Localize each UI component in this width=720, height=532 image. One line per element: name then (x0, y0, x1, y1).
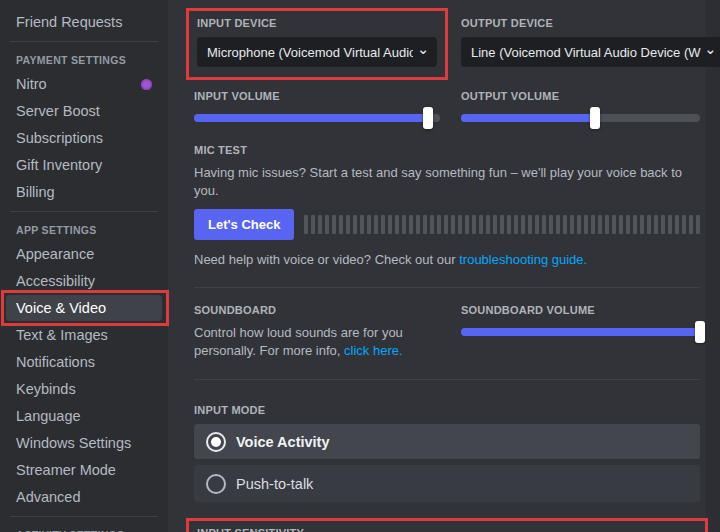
meter-segment (409, 215, 413, 234)
meter-segment (696, 215, 700, 234)
input-device-group: INPUT DEVICE Microphone (Voicemod Virtua… (186, 8, 448, 80)
sidebar-section-header-payment-settings: PAYMENT SETTINGS (0, 48, 168, 70)
meter-segment (633, 215, 637, 234)
meter-segment (374, 215, 378, 234)
sidebar-item-friend-requests[interactable]: Friend Requests (6, 9, 162, 35)
input-mode-option-push-to-talk[interactable]: Push-to-talk (194, 465, 700, 502)
radio-unselected-icon (206, 474, 226, 494)
output-volume-slider[interactable] (461, 114, 700, 122)
sidebar-item-label: Notifications (16, 354, 95, 370)
soundboard-info: SOUNDBOARD Control how loud sounds are f… (186, 304, 448, 359)
slider-handle[interactable] (423, 107, 433, 129)
sidebar-item-label: Language (16, 408, 81, 424)
output-device-value: Line (Voicemod Virtual Audio Device (W (471, 45, 701, 60)
slider-fill (194, 114, 428, 122)
meter-segment (556, 215, 560, 234)
input-device-value: Microphone (Voicemod Virtual Audio De (207, 45, 413, 60)
meter-segment (458, 215, 462, 234)
meter-segment (353, 215, 357, 234)
sidebar-item-appearance[interactable]: Appearance (6, 241, 162, 267)
meter-segment (528, 215, 532, 234)
meter-segment (339, 215, 343, 234)
meter-segment (577, 215, 581, 234)
voice-video-settings-panel: INPUT DEVICE Microphone (Voicemod Virtua… (168, 0, 720, 532)
meter-segment (402, 215, 406, 234)
soundboard-description: Control how loud sounds are for you pers… (194, 324, 440, 359)
sidebar-item-advanced[interactable]: Advanced (6, 484, 162, 510)
sidebar-item-label: Streamer Mode (16, 462, 116, 478)
input-sensitivity-group: INPUT SENSITIVITY Automatically determin… (186, 518, 708, 532)
section-divider (194, 379, 700, 380)
output-device-select[interactable]: Line (Voicemod Virtual Audio Device (W ⌄ (461, 37, 720, 67)
meter-segment (682, 215, 686, 234)
sidebar-item-voice-video[interactable]: Voice & Video (6, 295, 162, 321)
soundboard-volume-slider[interactable] (461, 328, 700, 336)
troubleshooting-guide-link[interactable]: troubleshooting guide. (459, 252, 587, 267)
meter-segment (395, 215, 399, 234)
slider-handle[interactable] (695, 321, 705, 343)
sidebar-item-text-images[interactable]: Text & Images (6, 322, 162, 348)
sidebar-item-nitro[interactable]: Nitro (6, 71, 162, 97)
output-device-label: OUTPUT DEVICE (461, 17, 720, 29)
mic-test-description: Having mic issues? Start a test and say … (194, 164, 700, 199)
sidebar-item-gift-inventory[interactable]: Gift Inventory (6, 152, 162, 178)
meter-segment (318, 215, 322, 234)
meter-segment (500, 215, 504, 234)
sidebar-item-label: Gift Inventory (16, 157, 102, 173)
input-mode-label: INPUT MODE (194, 404, 700, 416)
lets-check-button[interactable]: Let's Check (194, 209, 294, 240)
meter-segment (507, 215, 511, 234)
sidebar-item-label: Windows Settings (16, 435, 131, 451)
sidebar-item-streamer-mode[interactable]: Streamer Mode (6, 457, 162, 483)
meter-segment (591, 215, 595, 234)
meter-segment (626, 215, 630, 234)
input-volume-slider[interactable] (194, 114, 440, 122)
sidebar-section-header-activity-settings: ACTIVITY SETTINGS (0, 523, 168, 532)
meter-segment (521, 215, 525, 234)
slider-handle[interactable] (590, 107, 600, 129)
meter-segment (360, 215, 364, 234)
sidebar-item-label: Keybinds (16, 381, 76, 397)
sidebar-item-notifications[interactable]: Notifications (6, 349, 162, 375)
sidebar-item-windows-settings[interactable]: Windows Settings (6, 430, 162, 456)
meter-segment (325, 215, 329, 234)
meter-segment (570, 215, 574, 234)
meter-segment (668, 215, 672, 234)
sidebar-item-label: Nitro (16, 76, 47, 92)
click-here-link[interactable]: click here. (344, 343, 403, 358)
sidebar-item-accessibility[interactable]: Accessibility (6, 268, 162, 294)
sidebar-item-subscriptions[interactable]: Subscriptions (6, 125, 162, 151)
input-mode-option-label: Voice Activity (236, 434, 329, 450)
chevron-down-icon: ⌄ (705, 44, 717, 54)
nitro-gem-icon (141, 79, 152, 90)
meter-segment (437, 215, 441, 234)
input-sensitivity-label: INPUT SENSITIVITY (197, 527, 695, 532)
meter-segment (654, 215, 658, 234)
meter-segment (465, 215, 469, 234)
meter-segment (479, 215, 483, 234)
radio-selected-icon (206, 432, 226, 452)
sidebar-item-keybinds[interactable]: Keybinds (6, 376, 162, 402)
input-mode-option-label: Push-to-talk (236, 476, 313, 492)
section-divider (194, 287, 700, 288)
meter-segment (311, 215, 315, 234)
input-mode-option-voice-activity[interactable]: Voice Activity (194, 424, 700, 459)
meter-segment (563, 215, 567, 234)
input-device-select[interactable]: Microphone (Voicemod Virtual Audio De ⌄ (197, 37, 437, 67)
sidebar-item-label: Appearance (16, 246, 94, 262)
sidebar-item-language[interactable]: Language (6, 403, 162, 429)
discord-settings-window: Friend RequestsPAYMENT SETTINGSNitroServ… (0, 0, 720, 532)
slider-fill (461, 114, 595, 122)
meter-segment (346, 215, 350, 234)
soundboard-volume-group: SOUNDBOARD VOLUME (453, 304, 700, 359)
sidebar-item-server-boost[interactable]: Server Boost (6, 98, 162, 124)
sidebar-item-label: Advanced (16, 489, 81, 505)
input-device-label: INPUT DEVICE (197, 17, 437, 29)
sidebar-item-label: Accessibility (16, 273, 95, 289)
voice-help-line: Need help with voice or video? Check out… (186, 252, 700, 267)
meter-segment (430, 215, 434, 234)
soundboard-volume-label: SOUNDBOARD VOLUME (461, 304, 700, 316)
sidebar-item-billing[interactable]: Billing (6, 179, 162, 205)
meter-segment (612, 215, 616, 234)
meter-segment (640, 215, 644, 234)
